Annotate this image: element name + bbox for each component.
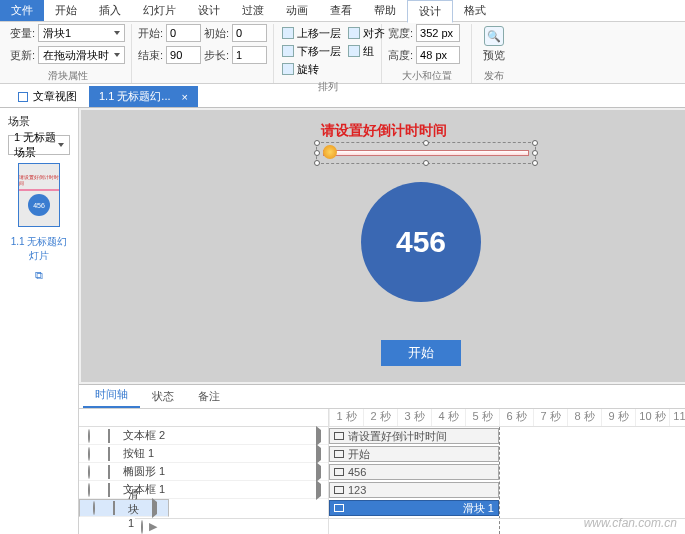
- menu-design-outer[interactable]: 设计: [187, 0, 231, 21]
- timeline-ruler: 1 秒2 秒3 秒4 秒5 秒6 秒7 秒8 秒9 秒10 秒11 秒12 秒1…: [329, 409, 685, 427]
- timeline-objects: 文本框 2 按钮 1 椭圆形 1 文本框 1 滑块 1: [79, 409, 329, 534]
- canvas-wrap: 请设置好倒计时时间 123 456 开始 时间轴 状态 备注: [79, 108, 685, 534]
- start-button[interactable]: 开始: [381, 340, 461, 366]
- timeline-bar-selected[interactable]: 滑块 1: [329, 500, 499, 516]
- start-spin[interactable]: 0: [166, 24, 201, 42]
- menu-file[interactable]: 文件: [0, 0, 44, 21]
- rotate-button[interactable]: 旋转: [280, 62, 321, 77]
- slide-thumbnail[interactable]: 请设置好倒计时时间 456: [18, 163, 60, 227]
- doc-tab-storyview[interactable]: 文章视图: [8, 86, 87, 107]
- storyview-icon: [18, 92, 28, 102]
- oval-icon: [334, 468, 344, 476]
- menu-insert[interactable]: 插入: [88, 0, 132, 21]
- rotate-icon: [282, 63, 294, 75]
- tab-states[interactable]: 状态: [140, 385, 186, 408]
- thumb-title: 请设置好倒计时时间: [19, 174, 59, 186]
- scene-panel: 场景 1 无标题场景 请设置好倒计时时间 456 1.1 无标题幻灯片 ⧉: [0, 108, 79, 534]
- group-size: 大小和位置: [388, 69, 465, 83]
- thumb-circle: 456: [28, 194, 50, 216]
- align-button[interactable]: 对齐: [346, 26, 387, 41]
- thumb-label: 1.1 无标题幻灯片: [8, 235, 70, 263]
- title-text[interactable]: 请设置好倒计时时间: [321, 122, 447, 140]
- tab-timeline[interactable]: 时间轴: [83, 383, 140, 408]
- slider-track: [323, 150, 529, 156]
- step-spin[interactable]: 1: [232, 46, 267, 64]
- menu-slides[interactable]: 幻灯片: [132, 0, 187, 21]
- play-icon[interactable]: ▶: [149, 520, 157, 533]
- watermark: www.cfan.com.cn: [584, 516, 677, 530]
- timeline-row[interactable]: 文本框 1: [79, 481, 328, 499]
- timeline-row[interactable]: 文本框 2: [79, 427, 328, 445]
- slide-canvas[interactable]: 请设置好倒计时时间 123 456 开始: [81, 110, 685, 382]
- menu-animation[interactable]: 动画: [275, 0, 319, 21]
- eye-icon[interactable]: [141, 521, 143, 533]
- slider-thumb[interactable]: [323, 145, 337, 159]
- scene-select[interactable]: 1 无标题场景: [8, 135, 70, 155]
- chevron-down-icon: [58, 143, 64, 147]
- group-slider-props: 滑块属性: [10, 69, 125, 83]
- menu-start[interactable]: 开始: [44, 0, 88, 21]
- step-label: 步长:: [204, 48, 229, 63]
- menu-design-tab[interactable]: 设计: [407, 0, 453, 23]
- scene-title: 场景: [8, 114, 70, 129]
- eye-icon[interactable]: [79, 430, 99, 442]
- align-icon: [348, 27, 360, 39]
- tab-notes[interactable]: 备注: [186, 385, 232, 408]
- group-button[interactable]: 组: [346, 44, 376, 59]
- timeline-bar[interactable]: 开始: [329, 446, 499, 462]
- timeline-row[interactable]: 按钮 1: [79, 445, 328, 463]
- menu-bar: 文件 开始 插入 幻灯片 设计 过渡 动画 查看 帮助 设计 格式: [0, 0, 685, 22]
- link-icon[interactable]: ⧉: [8, 269, 70, 282]
- thumb-bar: [19, 189, 59, 191]
- slider-icon: [334, 504, 344, 512]
- expand-icon[interactable]: [316, 426, 321, 446]
- send-backward-icon: [282, 45, 294, 57]
- start-label: 开始:: [138, 26, 163, 41]
- menu-help[interactable]: 帮助: [363, 0, 407, 21]
- init-spin[interactable]: 0: [232, 24, 267, 42]
- timeline-panel: 时间轴 状态 备注 文本框 2 按钮 1 椭圆形 1 文本框 1 滑块 1 1 …: [79, 384, 685, 534]
- end-label: 结束:: [138, 48, 163, 63]
- ribbon: 变量: 滑块1 更新: 在拖动滑块时 滑块属性 开始: 0 初始: 0 结束: …: [0, 22, 685, 84]
- width-spin[interactable]: 352 px: [416, 24, 460, 42]
- timeline-bar[interactable]: 123: [329, 482, 499, 498]
- doc-tab-slide[interactable]: 1.1 无标题幻...×: [89, 86, 198, 107]
- timeline-row[interactable]: 椭圆形 1: [79, 463, 328, 481]
- height-spin[interactable]: 48 px: [416, 46, 460, 64]
- var-label: 变量:: [10, 26, 35, 41]
- main-area: 场景 1 无标题场景 请设置好倒计时时间 456 1.1 无标题幻灯片 ⧉ 请设…: [0, 108, 685, 534]
- send-backward-button[interactable]: 下移一层: [280, 44, 343, 59]
- slider-shape[interactable]: [316, 142, 536, 164]
- group-icon: [348, 45, 360, 57]
- chevron-down-icon: [114, 53, 120, 57]
- group-publish: 发布: [478, 69, 510, 83]
- timeline-bar[interactable]: 请设置好倒计时时间: [329, 428, 499, 444]
- var-select[interactable]: 滑块1: [38, 24, 125, 42]
- update-label: 更新:: [10, 48, 35, 63]
- text-icon: [334, 432, 344, 440]
- update-select[interactable]: 在拖动滑块时: [38, 46, 125, 64]
- timeline-bar[interactable]: 456: [329, 464, 499, 480]
- bring-forward-button[interactable]: 上移一层: [280, 26, 343, 41]
- preview-button[interactable]: 🔍 预览: [478, 24, 510, 65]
- init-label: 初始:: [204, 26, 229, 41]
- width-label: 宽度:: [388, 26, 413, 41]
- counter-circle[interactable]: 456: [361, 182, 481, 302]
- menu-view[interactable]: 查看: [319, 0, 363, 21]
- menu-format[interactable]: 格式: [453, 0, 497, 21]
- bring-forward-icon: [282, 27, 294, 39]
- end-spin[interactable]: 90: [166, 46, 201, 64]
- lock-icon[interactable]: [99, 430, 119, 442]
- preview-icon: 🔍: [484, 26, 504, 46]
- timeline-row-selected[interactable]: 滑块 1: [79, 499, 169, 517]
- height-label: 高度:: [388, 48, 413, 63]
- chevron-down-icon: [114, 31, 120, 35]
- button-icon: [334, 450, 344, 458]
- timeline-tabs: 时间轴 状态 备注: [79, 385, 685, 409]
- text-icon: [334, 486, 344, 494]
- group-arrange: 排列: [280, 80, 375, 94]
- menu-transition[interactable]: 过渡: [231, 0, 275, 21]
